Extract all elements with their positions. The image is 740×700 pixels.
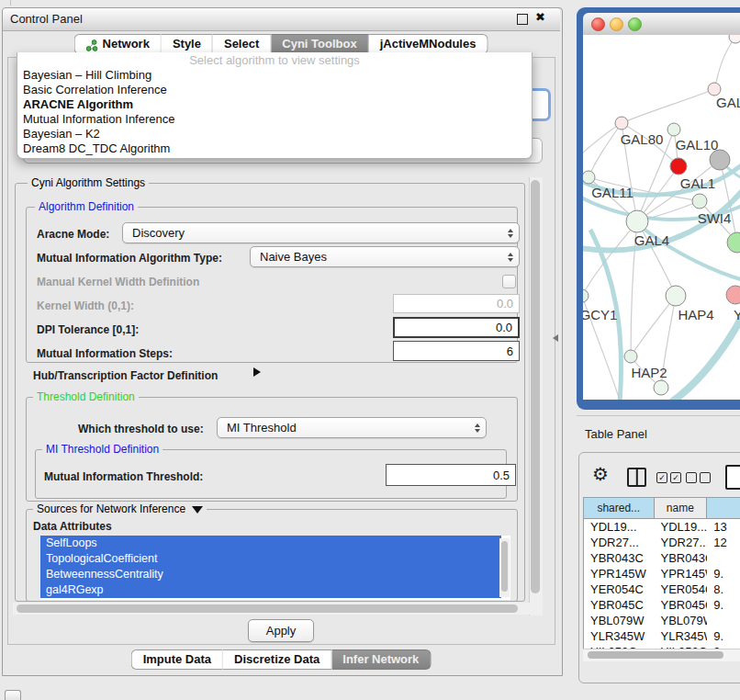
network-node-swi4[interactable] bbox=[692, 194, 707, 209]
table-cell[interactable]: YBR045C bbox=[584, 597, 655, 613]
table-cell[interactable]: YLR345W bbox=[584, 628, 655, 644]
network-node-bottom-partial[interactable] bbox=[654, 380, 668, 395]
top-divider-tick bbox=[10, 0, 11, 6]
kernel-width-field[interactable]: 0.0 bbox=[393, 294, 520, 313]
tab-select[interactable]: Select bbox=[213, 34, 271, 54]
tab-jactivemnodules[interactable]: jActiveMNodules bbox=[369, 34, 488, 54]
table-row[interactable]: YPR145WYPR145W9. bbox=[584, 566, 740, 581]
table-row[interactable]: YDR27...YDR27...12 bbox=[584, 535, 740, 550]
table-cell[interactable]: YBL079W bbox=[584, 613, 655, 628]
gear-icon[interactable]: ⚙ bbox=[592, 464, 609, 484]
network-node-top-partial[interactable] bbox=[729, 35, 740, 43]
new-column-icon[interactable] bbox=[725, 465, 740, 490]
network-node-pink-right[interactable] bbox=[726, 286, 740, 304]
network-node-hap2[interactable] bbox=[624, 350, 637, 363]
network-node-gal-top-right[interactable] bbox=[708, 83, 721, 96]
network-node-gray-node[interactable] bbox=[710, 150, 730, 170]
tab-impute-data[interactable]: Impute Data bbox=[131, 649, 223, 670]
algorithm-option-dream8-dc-tdc-algorithm[interactable]: Dream8 DC_TDC Algorithm bbox=[17, 141, 532, 156]
minimized-panel-button[interactable] bbox=[5, 690, 21, 700]
close-light[interactable] bbox=[591, 17, 605, 31]
table-cell[interactable]: YER054C bbox=[584, 581, 655, 597]
network-node-hap4[interactable] bbox=[666, 286, 686, 306]
algorithm-option-bayesian-hill-climbing[interactable]: Bayesian – Hill Climbing bbox=[17, 68, 532, 83]
attribute-item-gal4rgexp[interactable]: gal4RGexp bbox=[40, 582, 501, 598]
mi-threshold-field[interactable]: 0.5 bbox=[386, 464, 516, 486]
settings-hscrollbar-thumb[interactable] bbox=[17, 604, 518, 613]
column-header-shared[interactable]: shared... bbox=[584, 498, 655, 518]
table-cell[interactable] bbox=[707, 613, 740, 628]
column-header-name[interactable]: name bbox=[655, 498, 708, 518]
tab-network[interactable]: Network bbox=[74, 34, 162, 54]
network-canvas[interactable]: GALGAL80GAL10GAL1GAL11SWI4GAL4GCY1HAP4YH… bbox=[583, 35, 740, 400]
expand-right-icon[interactable] bbox=[253, 367, 261, 377]
table-cell[interactable]: 9. bbox=[707, 628, 740, 644]
zoom-light[interactable] bbox=[628, 17, 642, 31]
algorithm-option-aracne-algorithm[interactable]: ARACNE Algorithm bbox=[17, 97, 532, 112]
table-hscrollbar-thumb[interactable] bbox=[588, 651, 723, 659]
table-cell[interactable]: YBR045C bbox=[655, 597, 708, 613]
network-node-gal11[interactable] bbox=[583, 171, 595, 184]
attributes-list-scrollbar-thumb[interactable] bbox=[501, 541, 508, 592]
table-cell[interactable]: YBL079W bbox=[655, 613, 708, 628]
aracne-mode-combo[interactable]: Discovery bbox=[122, 222, 520, 243]
table-hscrollbar[interactable] bbox=[583, 649, 740, 661]
network-graph[interactable]: GALGAL80GAL10GAL1GAL11SWI4GAL4GCY1HAP4YH… bbox=[583, 35, 740, 400]
algorithm-option-basic-correlation-inference[interactable]: Basic Correlation Inference bbox=[17, 83, 532, 97]
collapse-down-icon[interactable] bbox=[192, 506, 203, 514]
table-cell[interactable]: 9. bbox=[707, 597, 740, 613]
float-icon[interactable] bbox=[517, 14, 528, 25]
minimize-light[interactable] bbox=[610, 17, 623, 31]
network-node-gal4[interactable] bbox=[626, 210, 648, 232]
table-cell[interactable]: 13 bbox=[707, 519, 740, 535]
table-cell[interactable]: YPR145W bbox=[584, 566, 655, 581]
table-row[interactable]: YBR043CYBR043C bbox=[584, 550, 740, 566]
column-header-extra[interactable] bbox=[707, 498, 740, 518]
clear-checkboxes-icon[interactable] bbox=[686, 472, 711, 483]
table-cell[interactable]: YPR145W bbox=[655, 566, 708, 581]
attribute-item-selfloops[interactable]: SelfLoops bbox=[40, 536, 501, 551]
table-row[interactable]: YBR045CYBR045C9. bbox=[584, 597, 740, 613]
table-cell[interactable]: 8. bbox=[707, 581, 740, 597]
table-row[interactable]: YLR345WYLR345W9. bbox=[584, 628, 740, 644]
table-cell[interactable]: YDL19... bbox=[584, 519, 655, 535]
mi-algorithm-type-combo[interactable]: Naive Bayes bbox=[250, 246, 520, 267]
column-layout-icon[interactable] bbox=[627, 468, 646, 487]
table-cell[interactable]: YDR27... bbox=[655, 535, 708, 550]
tab-discretize-data[interactable]: Discretize Data bbox=[223, 649, 331, 670]
apply-button[interactable]: Apply bbox=[248, 619, 314, 642]
close-icon[interactable]: ✖ bbox=[535, 10, 545, 24]
algorithm-option-bayesian-k2[interactable]: Bayesian – K2 bbox=[17, 127, 532, 141]
table-row[interactable]: YBL079WYBL079W bbox=[584, 613, 740, 628]
table-cell[interactable]: YER054C bbox=[655, 581, 708, 597]
network-node-gal1[interactable] bbox=[670, 158, 687, 175]
table-row[interactable]: YDL19...YDL19...13 bbox=[584, 519, 740, 535]
table-row[interactable]: YER054CYER054C8. bbox=[584, 581, 740, 597]
table-cell[interactable]: YDR27... bbox=[584, 535, 655, 550]
attribute-item-betweennesscentrality[interactable]: BetweennessCentrality bbox=[40, 567, 501, 582]
table-cell[interactable]: YLR345W bbox=[655, 628, 708, 644]
tab-cyni-toolbox[interactable]: Cyni Toolbox bbox=[271, 34, 368, 54]
network-node-gcy1[interactable] bbox=[583, 289, 589, 302]
network-node-gal80[interactable] bbox=[615, 117, 628, 130]
table-cell[interactable]: YBR043C bbox=[655, 550, 708, 566]
dpi-tolerance-field[interactable]: 0.0 bbox=[393, 317, 520, 338]
algorithm-option-mutual-information-inference[interactable]: Mutual Information Inference bbox=[17, 112, 532, 127]
attribute-item-topologicalcoefficient[interactable]: TopologicalCoefficient bbox=[40, 551, 501, 567]
table-cell[interactable] bbox=[707, 550, 740, 566]
mi-steps-field[interactable]: 6 bbox=[393, 341, 520, 361]
which-threshold-combo[interactable]: MI Threshold bbox=[217, 417, 487, 438]
manual-kernel-checkbox[interactable] bbox=[502, 275, 516, 288]
network-node-right-green[interactable] bbox=[727, 232, 740, 253]
splitter-arrow-icon[interactable] bbox=[553, 334, 558, 342]
settings-vscrollbar-thumb[interactable] bbox=[531, 180, 540, 593]
table-cell[interactable]: 12 bbox=[707, 535, 740, 550]
network-node-gal10[interactable] bbox=[667, 123, 680, 136]
tab-infer-network[interactable]: Infer Network bbox=[331, 649, 431, 670]
table-cell[interactable]: YBR043C bbox=[584, 550, 655, 566]
network-window-titlebar[interactable] bbox=[583, 13, 740, 36]
tab-style[interactable]: Style bbox=[162, 34, 213, 54]
select-all-checkboxes-icon[interactable]: ✓ ✓ bbox=[656, 472, 681, 483]
table-cell[interactable]: 9. bbox=[707, 566, 740, 581]
table-cell[interactable]: YDL19... bbox=[655, 519, 708, 535]
